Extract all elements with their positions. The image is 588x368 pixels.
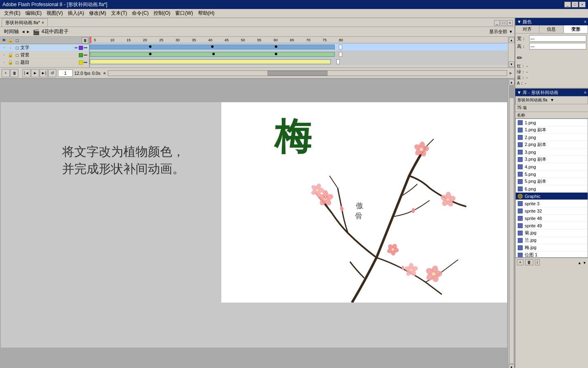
scroll-left-btn[interactable]: ◄ — [102, 71, 106, 75]
lib-item-2png[interactable]: 2.png — [516, 134, 588, 141]
layer-options-wenzi[interactable]: ••• — [83, 46, 88, 50]
lib-item-4png[interactable]: 4.png — [516, 163, 588, 171]
library-item-list[interactable]: 1.png 1.png 副本 2.png 2.png 副本 3.png — [515, 119, 588, 258]
tl-track-timu[interactable] — [90, 58, 508, 65]
timeline-nav-right[interactable]: ► — [26, 29, 30, 34]
layer-options-beijing[interactable]: ••• — [83, 53, 88, 57]
eye-beijing[interactable]: · — [1, 52, 7, 58]
tab-maximize-button[interactable]: □ — [501, 20, 506, 26]
tl-track-beijing[interactable] — [90, 51, 508, 58]
minimize-button[interactable]: _ — [564, 2, 571, 7]
menu-command[interactable]: 命令(C) — [129, 9, 151, 18]
frame-number-input[interactable] — [58, 70, 73, 77]
lib-item-6png[interactable]: 6.png — [516, 185, 588, 193]
menu-text[interactable]: 文本(T) — [109, 9, 129, 18]
lib-item-ju-jpg[interactable]: 菊.jpg — [516, 229, 588, 237]
lib-item-lan-jpg[interactable]: 兰.jpg — [516, 237, 588, 244]
lib-item-5png[interactable]: 5.png — [516, 171, 588, 178]
menu-file[interactable]: 文件(E) — [2, 9, 23, 18]
canvas-vscroll-down[interactable]: ▼ — [509, 364, 514, 368]
lib-props-button[interactable]: i — [535, 259, 540, 265]
lib-item-sprite49[interactable]: sprite 49 — [516, 222, 588, 229]
delete-layer-button[interactable]: 🗑 — [82, 37, 88, 44]
doc-tab-close[interactable]: × — [42, 20, 44, 25]
vscroll-down[interactable]: ▼ — [509, 61, 514, 67]
add-layer-button[interactable]: + — [2, 69, 10, 77]
tl-bar-timu[interactable] — [90, 59, 331, 64]
lib-item-1png[interactable]: 1.png — [516, 119, 588, 126]
panel-close[interactable]: × — [584, 20, 586, 24]
vscroll-up[interactable]: ▲ — [509, 37, 514, 43]
canvas-area[interactable]: 将文字改为植物颜色， 并完成形状补间动画。 梅 — [1, 102, 507, 348]
menu-edit[interactable]: 编辑(E) — [23, 9, 44, 18]
menu-window[interactable]: 窗口(W) — [173, 9, 195, 18]
stage-canvas[interactable]: 梅 — [221, 102, 507, 303]
tab-close-button[interactable]: × — [507, 20, 513, 26]
next-frame-button[interactable]: ►| — [40, 69, 48, 77]
lib-item-mei-jpg[interactable]: 梅.jpg — [516, 244, 588, 251]
menu-insert[interactable]: 插入(A) — [65, 9, 87, 18]
lock-wenzi[interactable]: · — [7, 45, 14, 51]
show-all-dropdown[interactable]: ▼ — [509, 29, 513, 34]
scroll-right-btn[interactable]: ► — [509, 71, 513, 75]
document-tab[interactable]: 形状补间动画.fla* × — [2, 18, 48, 27]
lib-scroll-down[interactable]: ▼ — [583, 261, 586, 265]
prev-frame-button[interactable]: |◄ — [22, 69, 31, 77]
pencil-icon[interactable]: ✏ — [517, 54, 522, 62]
height-input[interactable] — [529, 43, 586, 49]
tab-align[interactable]: 对齐 — [515, 25, 539, 33]
play-button[interactable]: ► — [31, 69, 39, 77]
svg-point-41 — [392, 248, 394, 251]
lib-item-3png[interactable]: 3.png — [516, 148, 588, 156]
delete-frame-button[interactable]: 🗑 — [10, 69, 18, 77]
frame-scrollbar[interactable] — [108, 70, 507, 76]
width-input[interactable] — [529, 35, 586, 42]
lib-item-sprite48[interactable]: sprite 48 — [516, 215, 588, 222]
lib-item-1png-copy[interactable]: 1.png 副本 — [516, 126, 588, 134]
svg-text:骨: 骨 — [355, 211, 363, 220]
canvas-vscroll[interactable]: ▲ ▼ — [508, 79, 514, 368]
timeline-vscroll[interactable]: ▲ ▼ — [508, 37, 514, 67]
maximize-button[interactable]: □ — [572, 2, 578, 7]
close-button[interactable]: × — [579, 2, 586, 7]
tab-restore-button[interactable]: _ — [494, 20, 500, 26]
menu-control[interactable]: 控制(O) — [151, 9, 173, 18]
outline-wenzi[interactable]: □ — [14, 45, 20, 51]
tl-track-wenzi[interactable] — [90, 43, 508, 51]
layer-row-wenzi[interactable]: · · □ 文字 ✏ ••• — [0, 44, 89, 52]
outline-beijing[interactable]: □ — [14, 52, 20, 58]
canvas-vscroll-up[interactable]: ▲ — [509, 79, 514, 85]
lib-item-sprite3[interactable]: sprite 3 — [516, 200, 588, 207]
library-dropdown-arrow[interactable]: ▼ — [550, 98, 554, 102]
layer-row-beijing[interactable]: · 🔒 □ 背景 ••• — [0, 52, 89, 59]
menu-view[interactable]: 视图(V) — [44, 9, 65, 18]
tab-info[interactable]: 信息 — [539, 25, 564, 33]
tab-transform[interactable]: 变形 — [564, 25, 588, 33]
loop-button[interactable]: ↺ — [48, 69, 56, 77]
lib-icon-5png-copy — [517, 179, 523, 184]
timeline-nav-left[interactable]: ◄ — [21, 29, 25, 34]
canvas-vscroll-track[interactable] — [509, 85, 514, 364]
canvas-vscroll-thumb[interactable] — [510, 86, 514, 98]
frame-scroll-thumb[interactable] — [267, 71, 327, 76]
lib-item-3png-copy[interactable]: 3.png 副本 — [516, 156, 588, 163]
lib-delete-button[interactable]: 🗑 — [525, 259, 533, 265]
layer-row-timu[interactable]: · 🔒 □ 题目 ••• — [0, 59, 89, 66]
lib-item-5png-copy[interactable]: 5.png 副本 — [516, 178, 588, 185]
menu-modify[interactable]: 修改(M) — [87, 9, 109, 18]
eye-timu[interactable]: · — [1, 59, 7, 66]
lib-item-sprite32[interactable]: sprite 32 — [516, 207, 588, 215]
menu-help[interactable]: 帮助(H) — [196, 9, 217, 18]
lib-item-2png-copy[interactable]: 2.png 副本 — [516, 141, 588, 148]
lib-scroll-up[interactable]: ▲ — [578, 261, 581, 265]
playhead[interactable] — [90, 37, 91, 43]
outline-timu[interactable]: □ — [14, 59, 20, 66]
layer-options-timu[interactable]: ••• — [83, 61, 88, 65]
lib-add-button[interactable]: + — [517, 259, 523, 265]
library-panel-close[interactable]: × — [584, 90, 586, 95]
eye-wenzi[interactable]: · — [1, 45, 7, 51]
lock-timu[interactable]: 🔒 — [7, 59, 14, 66]
lock-beijing[interactable]: 🔒 — [7, 52, 14, 58]
lib-item-bitmap1[interactable]: 位图 1 — [516, 251, 588, 258]
lib-item-graphic[interactable]: Graphic — [516, 193, 588, 200]
